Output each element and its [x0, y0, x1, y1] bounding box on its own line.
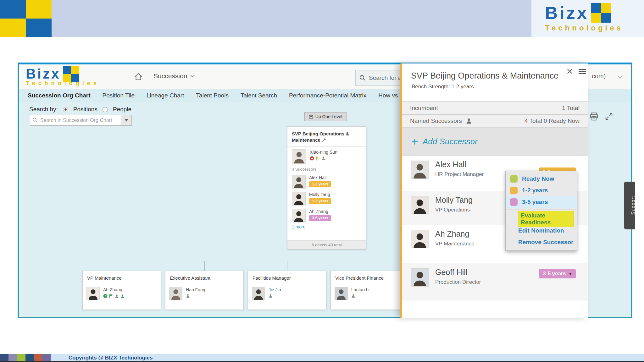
clock-icon [103, 294, 108, 298]
readiness-swatch-orange [510, 187, 518, 194]
checker-logo-large [0, 0, 52, 37]
org-search-input[interactable] [30, 115, 121, 126]
tab-succession-org-chart[interactable]: Succession Org Chart [28, 92, 91, 99]
copyright-label: Copyrights @ BIZX Technologies [69, 355, 153, 361]
successor-row-geoff-hill[interactable]: Geoff Hill Production Director 3-5 years [402, 263, 588, 300]
named-successors-section-row[interactable]: Named Successors 4 Total 0 Ready Now [402, 114, 588, 128]
menu-action-evaluate-readiness[interactable]: Evaluate Readiness [506, 213, 577, 225]
org-search-dropdown-button[interactable] [121, 115, 132, 126]
org-node-executive-assistant[interactable]: Executive Assistant Han Fung [165, 271, 244, 310]
avatar [292, 192, 306, 206]
search-by-toolbar: Search by: Positions People [29, 106, 131, 113]
person-icon [186, 294, 190, 298]
org-node-title: VP Maintenance [83, 271, 161, 284]
successor-name: Ah Zhang [435, 229, 469, 239]
person-icon [351, 294, 355, 298]
menu-option-ready-now[interactable]: Ready Now [506, 173, 577, 184]
connector-line [122, 261, 389, 261]
tab-performance-potential-matrix[interactable]: Performance-Potential Matrix [289, 92, 366, 99]
readiness-badge-dropdown[interactable]: 3-5 years [539, 269, 576, 278]
menu-option-3-5-years[interactable]: 3-5 years [506, 196, 577, 208]
tab-talent-pools[interactable]: Talent Pools [196, 92, 229, 99]
person-icon [466, 118, 472, 124]
mini-successor-row[interactable]: Alex Hall 1-2 years [287, 172, 366, 189]
mini-successor-row[interactable]: Ah Zhang 3-5 years [287, 206, 366, 223]
search-by-label: Search by: [29, 106, 58, 113]
radio-positions-label[interactable]: Positions [73, 106, 97, 113]
avatar [292, 209, 306, 222]
wrench-icon [322, 138, 326, 142]
named-successors-total: 4 Total 0 Ready Now [525, 118, 580, 124]
tab-position-tile[interactable]: Position Tile [103, 92, 135, 99]
successor-title: Production Director [435, 279, 481, 285]
flag-icon [316, 156, 320, 161]
person-name: Lantao Li [351, 287, 369, 292]
radio-positions[interactable] [63, 107, 68, 112]
chevron-down-icon [569, 273, 572, 275]
org-node-vp-maintenance[interactable]: VP Maintenance Ah Zhang [82, 271, 161, 310]
more-successors-link[interactable]: 1 more [287, 223, 366, 231]
mini-successor-row[interactable]: Molly Tang 1-2 years [287, 189, 366, 206]
incumbent-section-row[interactable]: Incumbent 1 Total [402, 101, 588, 114]
menu-separator [506, 210, 577, 210]
tab-lineage-chart[interactable]: Lineage Chart [147, 92, 184, 99]
connector-line [204, 261, 205, 271]
checker-logo-icon [591, 3, 611, 23]
successor-title: HR Project Manager [435, 171, 484, 178]
successor-name: Geoff Hill [435, 268, 467, 277]
search-icon [32, 118, 38, 123]
fullscreen-icon[interactable] [604, 112, 613, 122]
print-icon[interactable] [589, 112, 599, 123]
menu-action-remove-successor[interactable]: Remove Successor [506, 236, 577, 248]
incumbent-label: Incumbent [410, 105, 438, 112]
up-one-level-button[interactable]: Up One Level [304, 112, 347, 121]
radio-people[interactable] [103, 107, 108, 112]
avatar [292, 149, 306, 164]
user-menu-chevron-icon[interactable] [617, 74, 623, 80]
panel-title: SVP Beijing Operations & Maintenance [411, 71, 558, 81]
readiness-dropdown-menu: Ready Now 1-2 years 3-5 years Evaluate R… [505, 171, 577, 251]
radio-people-label[interactable]: People [113, 106, 131, 113]
support-label: Support [630, 196, 636, 215]
close-icon[interactable] [567, 68, 573, 76]
menu-icon[interactable] [579, 69, 586, 75]
readiness-badge: 1-2 years [309, 181, 331, 187]
add-successor-label: Add Successor [423, 137, 478, 146]
person-icon [120, 294, 125, 298]
person-name: Ah Zhang [103, 287, 122, 292]
org-node-title: Vice President Finance [331, 271, 409, 284]
user-menu-fragment: com) [592, 73, 606, 80]
chevron-down-icon [125, 119, 128, 122]
person-icon [115, 294, 119, 298]
incumbent-total: 1 Total [562, 105, 580, 112]
menu-option-1-2-years[interactable]: 1-2 years [506, 184, 577, 196]
successor-title: VP Maintenance [435, 241, 474, 247]
successor-name: Molly Tang [309, 191, 330, 197]
connector-line [122, 261, 122, 271]
avatar [292, 175, 306, 189]
support-tab[interactable]: Support [624, 182, 635, 229]
org-node-root[interactable]: SVP Beijing Operations & Maintenance Xia… [287, 126, 366, 250]
incumbent-name: Xiao-ning Sun [310, 149, 337, 155]
plus-icon [411, 138, 418, 145]
avatar [169, 287, 182, 300]
successor-name: Alex Hall [309, 174, 326, 180]
directs-total-label: 6 directs 49 total [287, 240, 366, 249]
readiness-swatch-green [510, 175, 518, 183]
avatar [411, 230, 429, 248]
home-icon[interactable] [134, 72, 143, 83]
org-node-facilities-manager[interactable]: Facilities Manager Jie Jia [248, 271, 326, 310]
nav-label: Succession [153, 72, 187, 80]
connector-line [370, 261, 370, 271]
tab-talent-search[interactable]: Talent Search [241, 92, 277, 99]
up-level-icon [309, 114, 313, 119]
bench-strength-label: Bench Strength: 1-2 years [412, 84, 474, 90]
brand-sub: Technologies [26, 80, 100, 87]
bizx-logo-top-right: Bizx Technologies [545, 3, 623, 32]
org-node-vice-president-finance[interactable]: Vice President Finance Lantao Li [330, 271, 409, 310]
add-successor-button[interactable]: Add Successor [411, 137, 478, 146]
nav-succession-menu[interactable]: Succession [153, 72, 195, 80]
person-name: Han Fung [186, 287, 205, 292]
screen: Bizx Technologies Bizx Technologies Succ… [0, 0, 644, 362]
readiness-badge: 1-2 years [309, 198, 331, 204]
